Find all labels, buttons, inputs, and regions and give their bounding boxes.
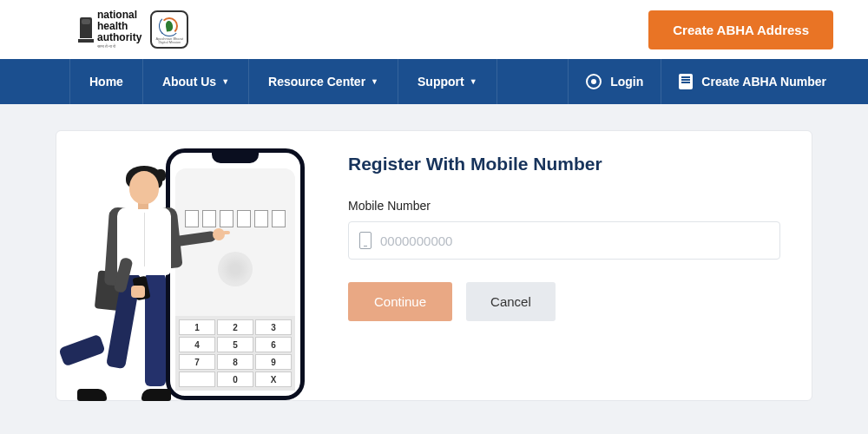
nav-resource-center[interactable]: Resource Center ▼ bbox=[249, 59, 398, 104]
mobile-number-input[interactable] bbox=[380, 233, 769, 248]
nav-about-us[interactable]: About Us ▼ bbox=[143, 59, 249, 104]
nav-label: Support bbox=[418, 75, 464, 89]
abdm-logo[interactable]: Ayushman Bharat Digital Mission bbox=[150, 10, 188, 49]
continue-button[interactable]: Continue bbox=[348, 282, 452, 321]
nav-label: Login bbox=[610, 75, 643, 89]
main-nav: Home About Us ▼ Resource Center ▼ Suppor… bbox=[0, 59, 868, 104]
nha-logo-text: national health authority सत्यते नारो bbox=[97, 10, 141, 49]
id-card-icon bbox=[679, 74, 693, 89]
create-abha-address-button[interactable]: Create ABHA Address bbox=[648, 10, 833, 49]
chevron-down-icon: ▼ bbox=[221, 77, 229, 86]
mobile-number-field-wrapper[interactable] bbox=[348, 221, 780, 260]
person-illustration bbox=[88, 171, 201, 401]
register-card: 123 456 789 0X Register With Mobil bbox=[56, 130, 812, 401]
mobile-number-label: Mobile Number bbox=[348, 199, 780, 213]
illustration: 123 456 789 0X bbox=[88, 148, 313, 400]
top-bar: national health authority सत्यते नारो Ay… bbox=[0, 0, 868, 59]
chevron-down-icon: ▼ bbox=[371, 77, 378, 86]
nav-label: Create ABHA Number bbox=[701, 75, 826, 89]
user-icon bbox=[586, 74, 602, 89]
nav-label: Home bbox=[89, 75, 123, 89]
nha-logo[interactable]: national health authority सत्यते नारो bbox=[78, 10, 141, 49]
nav-support[interactable]: Support ▼ bbox=[398, 59, 497, 104]
nav-label: Resource Center bbox=[268, 75, 365, 89]
cancel-button[interactable]: Cancel bbox=[466, 282, 556, 321]
nav-home[interactable]: Home bbox=[69, 59, 143, 104]
nav-create-abha-number[interactable]: Create ABHA Number bbox=[661, 59, 844, 104]
fingerprint-icon bbox=[218, 252, 253, 286]
register-form: Register With Mobile Number Mobile Numbe… bbox=[348, 148, 780, 400]
abdm-caption: Ayushman Bharat Digital Mission bbox=[152, 37, 187, 44]
logo-group: national health authority सत्यते नारो Ay… bbox=[78, 10, 188, 49]
nav-login[interactable]: Login bbox=[568, 59, 661, 104]
nav-label: About Us bbox=[162, 75, 216, 89]
emblem-icon bbox=[78, 12, 94, 47]
chevron-down-icon: ▼ bbox=[470, 77, 477, 86]
phone-icon bbox=[359, 232, 372, 249]
form-title: Register With Mobile Number bbox=[348, 154, 780, 174]
